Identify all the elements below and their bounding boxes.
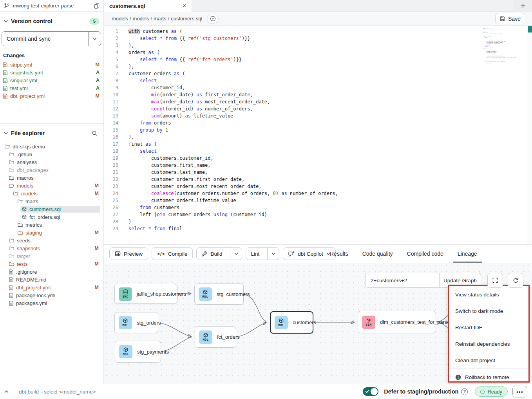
build-button[interactable]: Build: [197, 248, 227, 260]
tab-results[interactable]: Results: [329, 245, 349, 263]
tree-item-tests[interactable]: testsM: [0, 260, 103, 268]
editor-scrollbar[interactable]: [527, 26, 532, 244]
tree-item-metrics[interactable]: metrics: [0, 221, 103, 229]
breadcrumb-segment-models[interactable]: models: [133, 16, 149, 22]
tree-item-snapshots[interactable]: snapshotsM: [0, 244, 103, 252]
menu-item-view-status-details[interactable]: View status details: [449, 286, 528, 303]
tree-item-models[interactable]: modelsM: [0, 182, 103, 190]
tree-item-db-sl-qs-demo[interactable]: db-sl-qs-demo: [0, 143, 103, 150]
changes-list: stripe.ymlMsnapshots.ymlAsingular.ymlAte…: [0, 61, 103, 100]
change-file-singular-yml[interactable]: singular.ymlA: [0, 76, 103, 84]
tree-item-label: seeds: [17, 238, 31, 244]
collapse-panel-chevron-up-icon[interactable]: [0, 384, 13, 399]
save-label: Save: [508, 16, 521, 22]
search-icon[interactable]: [89, 130, 100, 137]
lineage-node-dim-customers-test-for-parse[interactable]: SEMdim_customers_test_for_parse: [358, 311, 436, 333]
lineage-panel[interactable]: SRCjaffle_shop.customersMDLstg_customers…: [104, 263, 532, 384]
close-tab-icon[interactable]: ×: [183, 3, 186, 9]
line-number: 5: [104, 56, 118, 63]
lineage-node-stg-orders[interactable]: MDLstg_orders: [114, 312, 158, 333]
lint-options-chevron[interactable]: [267, 248, 279, 260]
tree-item-readme-md[interactable]: README.md: [0, 276, 103, 283]
scrollbar-thumb[interactable]: [528, 26, 532, 32]
table-icon: [115, 251, 121, 256]
code-editor[interactable]: 1with customers as (2 select * from {{ r…: [104, 26, 532, 244]
menu-item-reinstall-dependencies[interactable]: Reinstall dependencies: [449, 336, 528, 352]
more-options-button[interactable]: •••: [512, 386, 527, 397]
tree-item-macros[interactable]: macros: [0, 174, 103, 182]
line-number: 9: [104, 84, 118, 91]
lineage-node-customers[interactable]: MDLcustomers: [270, 311, 313, 334]
line-number: 4: [104, 49, 118, 56]
commit-options-chevron[interactable]: [88, 32, 101, 46]
model-icon: [22, 215, 27, 219]
lineage-selector-input[interactable]: 2+customers+2: [366, 273, 439, 287]
menu-item-restart-ide[interactable]: Restart IDE: [449, 319, 528, 336]
change-file-dbt-project-yml[interactable]: dbt_project.ymlM: [0, 92, 103, 100]
tree-item-github[interactable]: .github: [0, 150, 103, 158]
menu-item-rollback-to-remote[interactable]: Rollback to remote: [449, 369, 528, 384]
lineage-node-stg-customers[interactable]: MDLstg_customers: [194, 283, 244, 305]
change-file-stripe-yml[interactable]: stripe.ymlM: [0, 61, 103, 69]
tree-item-dbt-project-yml[interactable]: dbt_project.ymlM: [0, 283, 103, 291]
breadcrumb-segment-models[interactable]: models: [112, 16, 128, 22]
tree-item-dbt-packages[interactable]: dbt_packages: [0, 166, 103, 174]
breadcrumb-separator: /: [128, 16, 133, 22]
copy-branch-icon[interactable]: [94, 3, 100, 9]
tab-lineage[interactable]: Lineage: [457, 245, 478, 263]
tree-item-staging[interactable]: stagingM: [0, 229, 103, 237]
dbt-copilot-button[interactable]: dbt Copilot: [283, 247, 336, 260]
version-control-header[interactable]: Version control 5: [4, 16, 100, 26]
tab-compiled-code[interactable]: Compiled code: [406, 245, 444, 263]
help-icon[interactable]: ?: [461, 388, 468, 395]
minimap[interactable]: with customers as ( select * from {{ ref…: [483, 28, 508, 65]
tree-item-packages-yml[interactable]: packages.yml: [0, 299, 103, 307]
tree-item-models[interactable]: modelsM: [0, 190, 103, 197]
tree-item-target[interactable]: target: [0, 252, 103, 260]
lineage-node-fct-orders[interactable]: MDLfct_orders: [195, 326, 236, 348]
folder-icon: [9, 254, 14, 258]
refresh-icon[interactable]: [508, 273, 523, 288]
new-tab-button[interactable]: +: [514, 0, 532, 12]
preview-button[interactable]: Preview: [109, 247, 148, 260]
tree-item-marts[interactable]: marts: [0, 197, 103, 205]
lineage-node-stg-payments[interactable]: MDLstg_payments: [115, 341, 161, 363]
build-options-chevron[interactable]: [230, 248, 242, 260]
tree-item-package-lock-yml[interactable]: package-lock.yml: [0, 291, 103, 299]
explore-compass-icon[interactable]: [207, 14, 219, 24]
tree-item-label: packages.yml: [16, 300, 47, 306]
compile-button[interactable]: </> Compile: [152, 247, 193, 260]
tree-item-fct-orders-sql[interactable]: fct_orders.sql: [0, 213, 103, 221]
code-line: 23 customer_orders.most_recent_order_dat…: [104, 183, 338, 190]
lineage-node-jaffle-shop-customers[interactable]: SRCjaffle_shop.customers: [114, 284, 177, 304]
tree-item-gitignore[interactable]: .gitignore: [0, 268, 103, 276]
breadcrumb-segment-marts[interactable]: marts: [154, 16, 166, 22]
save-button[interactable]: Save: [495, 13, 525, 24]
status-badge[interactable]: Ready: [475, 386, 508, 397]
breadcrumb-segment-customers-sql[interactable]: customers.sql: [171, 16, 202, 22]
change-status-letter: A: [96, 85, 100, 91]
file-explorer-header[interactable]: File explorer: [4, 128, 100, 138]
tree-item-analyses[interactable]: analyses: [0, 158, 103, 166]
line-number: 25: [104, 197, 118, 204]
change-file-snapshots-yml[interactable]: snapshots.ymlA: [0, 69, 103, 76]
line-number: 24: [104, 190, 118, 197]
menu-item-clean-dbt-project[interactable]: Clean dbt project: [449, 352, 528, 368]
tree-status-letter: M: [95, 246, 99, 251]
code-line: 1with customers as (: [104, 28, 338, 35]
tree-item-seeds[interactable]: seeds: [0, 237, 103, 244]
lint-button[interactable]: Lint: [246, 248, 264, 260]
toggle-knob: [371, 388, 378, 395]
file-icon: [3, 86, 7, 91]
tab-code-quality[interactable]: Code quality: [362, 245, 394, 263]
menu-item-switch-to-dark-mode[interactable]: Switch to dark mode: [449, 303, 528, 319]
command-input[interactable]: dbt build --select <model_name>: [19, 389, 96, 395]
fullscreen-icon[interactable]: [487, 273, 503, 288]
change-file-test-yml[interactable]: test.ymlA: [0, 84, 103, 92]
tree-item-customers-sql[interactable]: customers.sql: [0, 205, 103, 213]
commit-and-sync-label[interactable]: Commit and sync: [2, 32, 88, 46]
dbt-cloud-ide: mwong-test-explorer-parse Version contro…: [0, 0, 532, 399]
code-line: 16),: [104, 134, 338, 141]
defer-toggle[interactable]: [363, 387, 378, 396]
tab-customers-sql[interactable]: customers.sql ×: [104, 0, 192, 12]
